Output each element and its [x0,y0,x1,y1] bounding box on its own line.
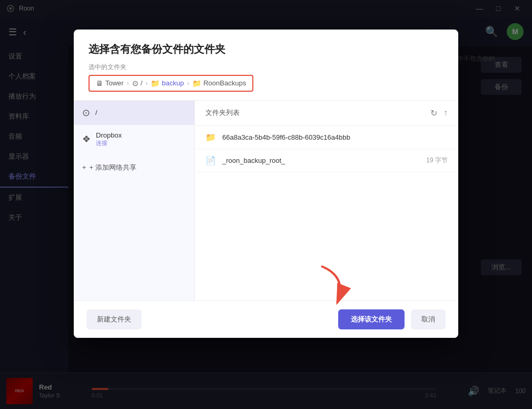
backup-folder-icon: 📁 [151,79,160,87]
footer-right: 选择该文件夹 取消 [338,309,446,329]
breadcrumb-sep-2: › [145,80,147,87]
breadcrumb-sep-1: › [127,80,129,87]
file-name-1: 66a8a3ca-5b4b-59f6-c88b-6039c16a4bbb [222,133,441,141]
cancel-button[interactable]: 取消 [411,309,446,329]
file-name-2: _roon_backup_root_ [222,157,420,164]
modal-left-panel: ⊙ / ❖ Dropbox 连接 + + 添加网络共享 [74,101,195,300]
tower-icon: 🖥 [96,79,103,87]
right-panel-header: 文件夹列表 ↻ ↑ [195,101,458,126]
breadcrumb-root: ⊙ / [132,79,143,87]
file-icon-2: 📄 [205,155,216,165]
modal-right-panel: 文件夹列表 ↻ ↑ 📁 66a8a3ca-5b4b-59f6-c88b-6039… [195,101,458,300]
roonbackups-icon: 📁 [192,79,201,87]
modal-title: 选择含有您备份文件的文件夹 [88,42,444,56]
breadcrumb-backup[interactable]: 📁 backup [151,79,184,87]
right-panel-actions: ↻ ↑ [430,108,448,118]
file-size-2: 19 字节 [426,156,448,165]
left-item-root-info: / [95,109,186,116]
root-drive-icon: ⊙ [82,107,90,119]
root-icon: ⊙ [132,79,139,87]
modal-overlay: 选择含有您备份文件的文件夹 选中的文件夹 🖥 Tower › ⊙ / › 📁 [0,0,532,409]
left-item-dropbox[interactable]: ❖ Dropbox 连接 [74,125,194,153]
refresh-button[interactable]: ↻ [430,108,437,118]
folder-icon-1: 📁 [205,132,216,142]
file-item-2[interactable]: 📄 _roon_backup_root_ 19 字节 [195,149,458,172]
new-folder-button[interactable]: 新建文件夹 [86,309,142,329]
dropbox-icon: ❖ [82,133,91,145]
left-item-dropbox-info: Dropbox 连接 [96,131,186,147]
plus-icon: + [82,163,86,171]
breadcrumb-roonbackups: 📁 RoonBackups [192,79,246,87]
modal-header: 选择含有您备份文件的文件夹 选中的文件夹 🖥 Tower › ⊙ / › 📁 [74,30,458,100]
modal-body: ⊙ / ❖ Dropbox 连接 + + 添加网络共享 [74,100,458,300]
breadcrumb-bar: 🖥 Tower › ⊙ / › 📁 backup › 📁 [88,75,253,92]
add-network-share[interactable]: + + 添加网络共享 [74,158,194,178]
folder-list-title: 文件夹列表 [205,108,240,118]
breadcrumb-sep-3: › [187,80,189,87]
file-item-1[interactable]: 📁 66a8a3ca-5b4b-59f6-c88b-6039c16a4bbb [195,126,458,149]
left-item-root[interactable]: ⊙ / [74,101,194,125]
select-folder-button[interactable]: 选择该文件夹 [338,309,405,329]
modal-subtitle: 选中的文件夹 [88,63,444,72]
up-button[interactable]: ↑ [444,108,448,118]
modal-footer: 新建文件夹 选择该文件夹 取消 [74,300,458,338]
breadcrumb-tower: 🖥 Tower [96,79,124,87]
folder-picker-modal: 选择含有您备份文件的文件夹 选中的文件夹 🖥 Tower › ⊙ / › 📁 [74,30,458,338]
